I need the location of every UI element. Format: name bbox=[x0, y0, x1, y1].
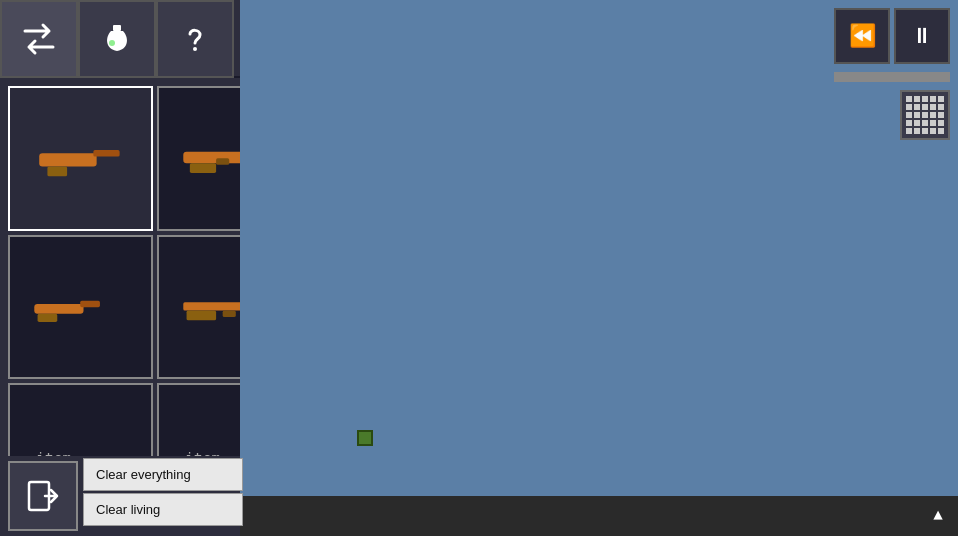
pause-icon: ⏸ bbox=[911, 23, 933, 50]
svg-rect-15 bbox=[38, 314, 58, 322]
pause-button[interactable]: ⏸ bbox=[894, 8, 950, 64]
svg-rect-18 bbox=[222, 310, 235, 317]
media-controls: ⏪ ⏸ bbox=[834, 8, 950, 64]
progress-bar bbox=[834, 72, 950, 82]
svg-point-1 bbox=[109, 40, 115, 46]
green-square-entity bbox=[357, 430, 373, 446]
rewind-icon: ⏪ bbox=[849, 23, 876, 50]
bottom-right-icon: ▲ bbox=[918, 496, 958, 536]
ground-bar: ▲ bbox=[240, 496, 958, 536]
grid-icon bbox=[906, 96, 944, 134]
item-cell-4[interactable] bbox=[8, 235, 153, 380]
item-cell-1[interactable] bbox=[8, 86, 153, 231]
help-button[interactable] bbox=[156, 0, 234, 78]
clear-living-button[interactable]: Clear living bbox=[83, 493, 243, 526]
svg-rect-4 bbox=[93, 150, 119, 157]
exit-button[interactable] bbox=[8, 461, 78, 531]
svg-point-2 bbox=[193, 47, 197, 51]
bottom-left-area: Clear everything Clear living bbox=[0, 456, 240, 536]
clear-everything-button[interactable]: Clear everything bbox=[83, 458, 243, 491]
svg-rect-3 bbox=[39, 153, 96, 166]
toolbar bbox=[0, 0, 240, 78]
svg-rect-14 bbox=[80, 300, 100, 307]
context-menu: Clear everything Clear living bbox=[83, 458, 243, 526]
svg-rect-8 bbox=[190, 163, 216, 173]
svg-rect-0 bbox=[113, 25, 121, 31]
swap-button[interactable] bbox=[0, 0, 78, 78]
svg-rect-9 bbox=[216, 158, 229, 165]
grid-toggle-button[interactable] bbox=[900, 90, 950, 140]
svg-rect-13 bbox=[34, 304, 83, 314]
rewind-button[interactable]: ⏪ bbox=[834, 8, 890, 64]
svg-rect-17 bbox=[186, 310, 216, 320]
top-right-controls: ⏪ ⏸ bbox=[834, 8, 950, 82]
svg-rect-5 bbox=[48, 167, 68, 177]
potion-button[interactable] bbox=[78, 0, 156, 78]
